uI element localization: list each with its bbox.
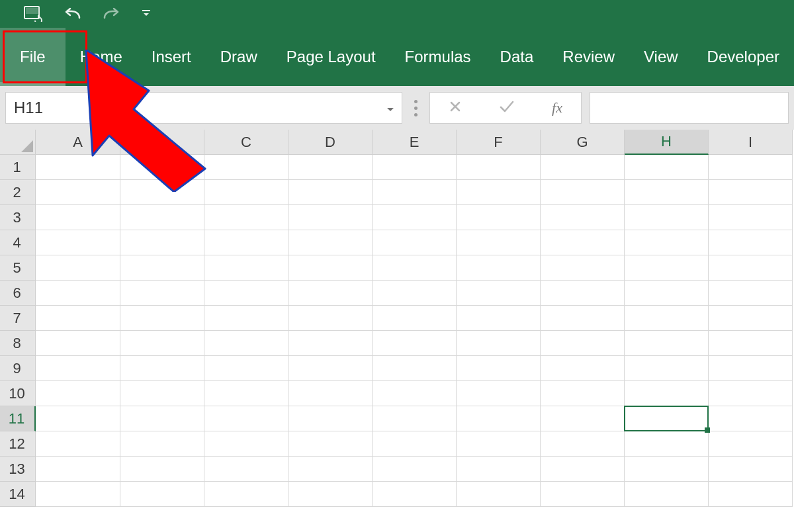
cell-E3[interactable] (373, 205, 457, 230)
cell-C14[interactable] (204, 482, 288, 507)
cell-E14[interactable] (373, 482, 457, 507)
cell-A8[interactable] (36, 331, 120, 356)
cell-F2[interactable] (457, 180, 541, 205)
cell-E11[interactable] (373, 406, 457, 431)
cell-F12[interactable] (457, 431, 541, 457)
cell-B5[interactable] (120, 255, 204, 281)
cell-H6[interactable] (625, 281, 709, 306)
cell-E12[interactable] (373, 431, 457, 457)
cell-A14[interactable] (36, 482, 120, 507)
tab-page-layout[interactable]: Page Layout (272, 28, 390, 86)
cell-I3[interactable] (709, 205, 793, 230)
cell-D13[interactable] (288, 457, 373, 482)
column-header-F[interactable]: F (457, 130, 541, 155)
customize-qat-icon[interactable] (142, 9, 151, 19)
cell-I13[interactable] (709, 457, 793, 482)
cell-F13[interactable] (457, 457, 541, 482)
cell-D5[interactable] (288, 255, 373, 281)
cell-I8[interactable] (709, 331, 793, 356)
tab-file[interactable]: File (0, 28, 66, 86)
cell-A11[interactable] (36, 406, 120, 431)
cell-H11[interactable] (625, 406, 709, 431)
column-header-E[interactable]: E (373, 130, 457, 155)
row-header-9[interactable]: 9 (0, 356, 36, 381)
cell-E10[interactable] (373, 381, 457, 406)
cell-B14[interactable] (120, 482, 204, 507)
cell-C1[interactable] (204, 155, 288, 180)
select-all-corner[interactable] (0, 130, 36, 155)
cell-I6[interactable] (709, 281, 793, 306)
row-header-4[interactable]: 4 (0, 230, 36, 255)
cell-A3[interactable] (36, 205, 120, 230)
cell-H1[interactable] (625, 155, 709, 180)
column-header-B[interactable]: B (120, 130, 204, 155)
cell-H2[interactable] (625, 180, 709, 205)
cell-F8[interactable] (457, 331, 541, 356)
cell-D1[interactable] (288, 155, 373, 180)
cell-E5[interactable] (373, 255, 457, 281)
cell-C6[interactable] (204, 281, 288, 306)
name-box[interactable]: H11 (5, 92, 402, 124)
column-header-G[interactable]: G (541, 130, 625, 155)
cell-E2[interactable] (373, 180, 457, 205)
tab-formulas[interactable]: Formulas (390, 28, 486, 86)
cell-G8[interactable] (541, 331, 625, 356)
autosave-icon[interactable] (24, 6, 42, 22)
cell-G13[interactable] (541, 457, 625, 482)
cell-F4[interactable] (457, 230, 541, 255)
cell-H7[interactable] (625, 306, 709, 331)
cell-F14[interactable] (457, 482, 541, 507)
cell-F3[interactable] (457, 205, 541, 230)
cell-H13[interactable] (625, 457, 709, 482)
cell-H12[interactable] (625, 431, 709, 457)
cell-B12[interactable] (120, 431, 204, 457)
cell-C4[interactable] (204, 230, 288, 255)
column-header-D[interactable]: D (288, 130, 373, 155)
cell-F11[interactable] (457, 406, 541, 431)
cell-B10[interactable] (120, 381, 204, 406)
cell-H9[interactable] (625, 356, 709, 381)
tab-draw[interactable]: Draw (206, 28, 272, 86)
cell-G2[interactable] (541, 180, 625, 205)
cell-G1[interactable] (541, 155, 625, 180)
cell-A13[interactable] (36, 457, 120, 482)
cell-C7[interactable] (204, 306, 288, 331)
column-header-C[interactable]: C (204, 130, 288, 155)
cell-A2[interactable] (36, 180, 120, 205)
cell-G3[interactable] (541, 205, 625, 230)
cell-B7[interactable] (120, 306, 204, 331)
insert-function-icon[interactable]: fx (552, 99, 562, 116)
cell-C9[interactable] (204, 356, 288, 381)
cell-B8[interactable] (120, 331, 204, 356)
cell-C8[interactable] (204, 331, 288, 356)
cell-G10[interactable] (541, 381, 625, 406)
cell-G5[interactable] (541, 255, 625, 281)
column-header-H[interactable]: H (625, 130, 709, 155)
row-header-7[interactable]: 7 (0, 306, 36, 331)
cell-D4[interactable] (288, 230, 373, 255)
cell-D12[interactable] (288, 431, 373, 457)
cell-B2[interactable] (120, 180, 204, 205)
cell-I10[interactable] (709, 381, 793, 406)
row-header-12[interactable]: 12 (0, 431, 36, 457)
cell-B3[interactable] (120, 205, 204, 230)
cell-A4[interactable] (36, 230, 120, 255)
cell-C5[interactable] (204, 255, 288, 281)
cell-I1[interactable] (709, 155, 793, 180)
row-header-5[interactable]: 5 (0, 255, 36, 281)
cell-D7[interactable] (288, 306, 373, 331)
cell-F9[interactable] (457, 356, 541, 381)
tab-data[interactable]: Data (486, 28, 549, 86)
formula-bar-expand-grip[interactable] (410, 100, 421, 116)
cell-B11[interactable] (120, 406, 204, 431)
column-header-A[interactable]: A (36, 130, 120, 155)
enter-formula-icon[interactable] (499, 100, 515, 116)
row-header-3[interactable]: 3 (0, 205, 36, 230)
cell-G14[interactable] (541, 482, 625, 507)
cell-D2[interactable] (288, 180, 373, 205)
row-header-10[interactable]: 10 (0, 381, 36, 406)
cell-F10[interactable] (457, 381, 541, 406)
cell-G4[interactable] (541, 230, 625, 255)
cell-B9[interactable] (120, 356, 204, 381)
cell-F6[interactable] (457, 281, 541, 306)
